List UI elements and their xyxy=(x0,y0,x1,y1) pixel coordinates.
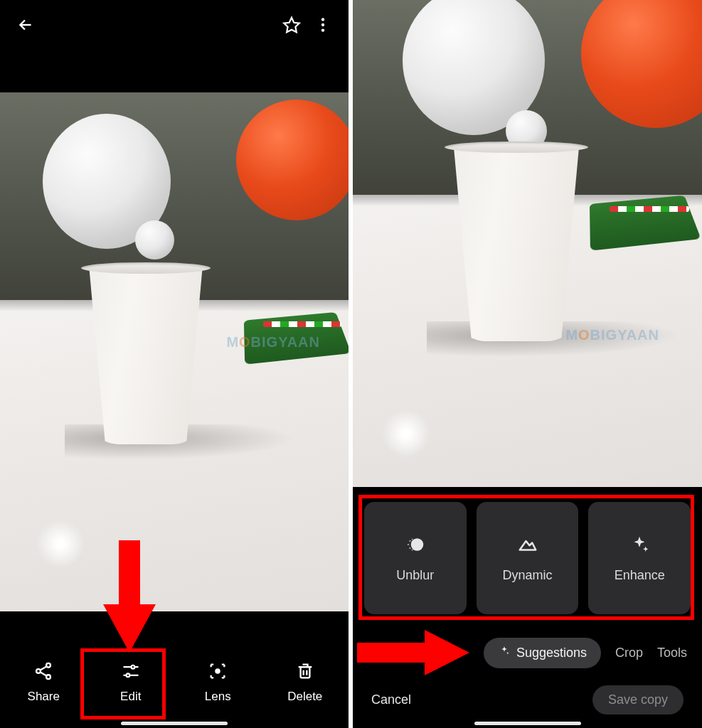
lens-label: Lens xyxy=(205,690,231,704)
viewer-screen: MOBIGYAAN Share xyxy=(0,0,349,728)
svg-point-15 xyxy=(411,538,413,540)
unblur-icon xyxy=(405,534,426,558)
editor-screen: MOBIGYAAN Unblur Dynamic Enhance xyxy=(353,0,702,728)
svg-point-14 xyxy=(409,547,411,549)
share-label: Share xyxy=(28,690,60,704)
enhance-tile[interactable]: Enhance xyxy=(588,502,691,614)
lens-button[interactable]: Lens xyxy=(179,661,257,704)
home-indicator[interactable] xyxy=(474,722,581,725)
svg-point-7 xyxy=(131,665,134,669)
photo-preview[interactable]: MOBIGYAAN xyxy=(0,92,349,611)
trash-icon xyxy=(295,661,315,684)
svg-marker-0 xyxy=(284,18,299,33)
svg-point-5 xyxy=(36,669,41,673)
tab-suggestions[interactable]: Suggestions xyxy=(484,638,601,668)
favorite-star-button[interactable] xyxy=(276,9,307,41)
unblur-label: Unblur xyxy=(396,568,434,583)
dynamic-label: Dynamic xyxy=(503,568,553,583)
svg-point-13 xyxy=(408,543,410,545)
svg-point-16 xyxy=(411,549,413,550)
svg-point-8 xyxy=(126,674,129,678)
svg-point-2 xyxy=(321,23,324,26)
paper-cup xyxy=(78,267,213,444)
share-icon xyxy=(33,661,53,684)
tab-tools[interactable]: Tools xyxy=(657,646,687,660)
sparkle-icon xyxy=(498,645,511,661)
home-indicator[interactable] xyxy=(121,722,228,725)
delete-button[interactable]: Delete xyxy=(266,661,344,704)
tab-crop[interactable]: Crop xyxy=(615,646,643,660)
edit-sliders-icon xyxy=(121,661,141,684)
lens-icon xyxy=(208,661,228,684)
watermark: MOBIGYAAN xyxy=(226,334,320,350)
enhance-label: Enhance xyxy=(615,568,665,583)
paper-cup xyxy=(442,146,591,341)
enhance-sparkle-icon xyxy=(629,534,650,558)
markers xyxy=(610,206,689,212)
save-copy-button[interactable]: Save copy xyxy=(592,685,684,714)
top-bar xyxy=(0,0,349,50)
watermark: MOBIGYAAN xyxy=(565,327,659,343)
share-button[interactable]: Share xyxy=(4,661,83,704)
back-button[interactable] xyxy=(10,9,41,41)
delete-label: Delete xyxy=(287,690,322,704)
light-reflection xyxy=(36,519,85,569)
balloon-white-knot xyxy=(135,220,174,259)
bottom-action-bar: Share Edit Lens Delete xyxy=(0,643,349,728)
suggestion-tiles: Unblur Dynamic Enhance xyxy=(360,498,695,619)
cancel-button[interactable]: Cancel xyxy=(371,692,411,707)
svg-point-9 xyxy=(216,668,220,673)
svg-point-4 xyxy=(46,663,50,668)
edit-bottom-bar: Cancel Save copy xyxy=(353,678,702,728)
light-reflection xyxy=(381,409,431,459)
unblur-tile[interactable]: Unblur xyxy=(364,502,467,614)
edit-button[interactable]: Edit xyxy=(92,661,170,704)
svg-point-1 xyxy=(321,18,324,21)
svg-point-12 xyxy=(409,540,411,542)
edit-label: Edit xyxy=(120,690,141,704)
tab-suggestions-label: Suggestions xyxy=(516,646,587,660)
dynamic-landscape-icon xyxy=(517,534,538,558)
photo-preview-edit[interactable]: MOBIGYAAN xyxy=(353,0,702,487)
svg-point-6 xyxy=(46,675,50,679)
svg-rect-10 xyxy=(300,667,309,678)
svg-point-11 xyxy=(411,538,424,551)
svg-point-3 xyxy=(321,28,324,31)
dynamic-tile[interactable]: Dynamic xyxy=(477,502,579,614)
edit-tabs: Suggestions Crop Tools xyxy=(353,633,702,673)
balloon-red xyxy=(236,100,349,220)
overflow-menu-button[interactable] xyxy=(307,9,339,41)
markers xyxy=(263,321,341,327)
